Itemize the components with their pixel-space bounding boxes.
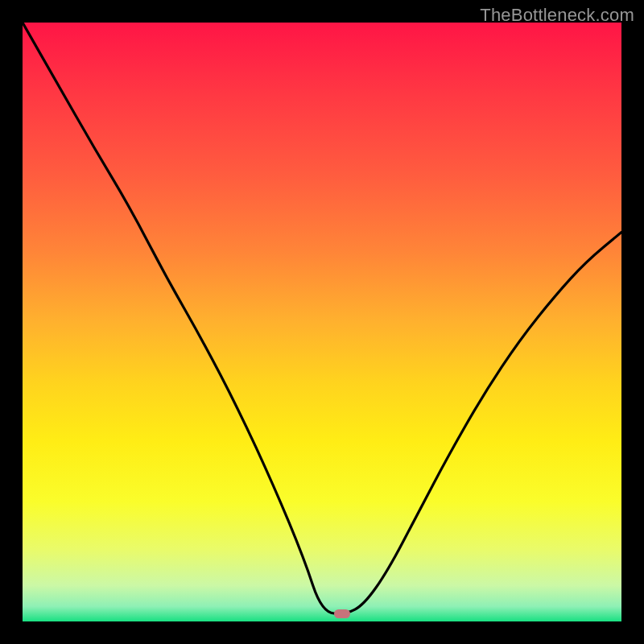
- watermark-text: TheBottleneck.com: [480, 5, 634, 26]
- chart-frame: TheBottleneck.com: [0, 0, 644, 644]
- chart-svg: [23, 23, 621, 621]
- optimal-point-marker: [334, 609, 350, 618]
- gradient-rect: [23, 23, 621, 621]
- plot-area: [23, 23, 621, 621]
